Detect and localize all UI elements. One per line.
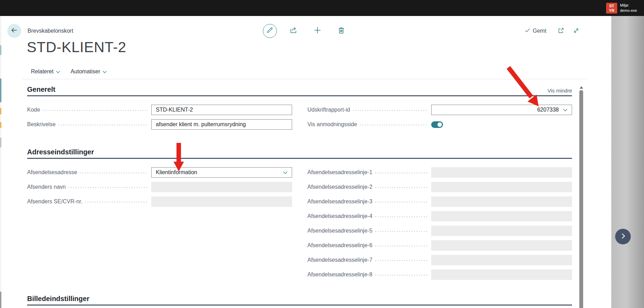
field-adresselinje-6: Afsendelsesadresselinje-6 (307, 240, 572, 251)
styr-logo[interactable]: ST YR (606, 3, 617, 14)
top-app-bar: ST YR Miljø: demo-exe (0, 0, 644, 16)
menu-automatiser-label: Automatiser (71, 68, 100, 75)
field-adresselinje-3-input (431, 196, 572, 207)
breadcrumb[interactable]: Brevskabelonskort (27, 28, 73, 34)
logo-line-2: YR (606, 8, 617, 13)
field-adresselinje-1: Afsendelsesadresselinje-1 (307, 167, 572, 178)
field-udskriftrapport-id-value: 6207338 (537, 107, 559, 113)
vis-anmodningsside-toggle[interactable] (431, 121, 443, 128)
field-adresselinje-2: Afsendelsesadresselinje-2 (307, 182, 572, 192)
scrollbar-up-arrow-icon[interactable] (580, 86, 583, 89)
back-arrow-icon (10, 26, 18, 36)
field-adresselinje-8: Afsendelsesadresselinje-8 (307, 269, 572, 280)
show-less-link[interactable]: Vis mindre (547, 88, 572, 94)
field-adresselinje-8-label: Afsendelsesadresselinje-8 (307, 271, 372, 278)
toggle-knob (437, 122, 442, 127)
delete-button[interactable] (336, 25, 347, 37)
field-adresselinje-5: Afsendelsesadresselinje-5 (307, 226, 572, 236)
field-adresselinje-4-input (431, 211, 572, 221)
field-adresselinje-7-label: Afsendelsesadresselinje-7 (307, 257, 372, 263)
vertical-scrollbar[interactable] (579, 85, 584, 308)
action-bar-divider (22, 79, 587, 79)
field-adresselinje-1-label: Afsendelsesadresselinje-1 (307, 169, 372, 176)
menu-relateret-label: Relateret (31, 68, 54, 75)
section-adresse-title: Adresseindstillinger (27, 148, 94, 156)
section-generelt-title: Generelt (27, 86, 55, 94)
field-afsenders-se-cvr-label: Afsenders SE/CVR-nr. (27, 198, 82, 205)
scrollbar-thumb[interactable] (579, 90, 583, 308)
menu-automatiser[interactable]: Automatiser (71, 68, 107, 75)
dotted-leader (58, 124, 148, 125)
field-kode-input[interactable]: STD-KLIENT-2 (151, 105, 292, 115)
environment-name: demo-exe (620, 8, 637, 13)
dotted-leader (353, 110, 428, 111)
save-status-label: Gemt (533, 28, 546, 34)
section-adresse-header: Adresseindstillinger (27, 148, 572, 159)
dotted-leader (375, 231, 428, 232)
field-adresselinje-7: Afsendelsesadresselinje-7 (307, 255, 572, 265)
field-afsendelsesadresse-dropdown[interactable]: Klientinformation (151, 167, 292, 178)
field-afsenders-navn-label: Afsenders navn (27, 184, 66, 190)
section-billede: Billedeindstillinger (27, 295, 572, 306)
environment-label: Miljø: (620, 3, 637, 8)
environment-indicator: Miljø: demo-exe (620, 3, 637, 13)
chevron-down-icon[interactable] (563, 107, 567, 113)
dotted-leader (85, 202, 148, 203)
menu-relateret[interactable]: Relateret (31, 68, 60, 75)
trash-icon (337, 26, 346, 36)
chevron-down-icon (103, 68, 107, 75)
field-afsendelsesadresse-label: Afsendelsesadresse (27, 169, 77, 176)
field-beskrivelse-value: afsender klient m. pulterrumsrydning (156, 121, 246, 128)
dotted-leader (375, 216, 428, 217)
field-vis-anmodningsside: Vis anmodningsside (307, 119, 572, 130)
dotted-leader (360, 124, 428, 125)
field-afsendelsesadresse: Afsendelsesadresse Klientinformation (27, 167, 292, 178)
section-generelt: Generelt Vis mindre Kode STD-KLIENT-2 Be… (27, 86, 572, 134)
save-status: Gemt (524, 27, 546, 35)
dotted-leader (375, 260, 428, 261)
edit-button[interactable] (263, 24, 277, 38)
popout-button[interactable] (556, 27, 565, 36)
dotted-leader (375, 275, 428, 276)
page-title: STD-KLIENT-2 (27, 39, 126, 56)
dotted-leader (80, 172, 148, 173)
field-adresselinje-8-input (431, 269, 572, 280)
add-button[interactable] (312, 25, 323, 37)
dotted-leader (375, 202, 428, 203)
field-adresselinje-5-input (431, 226, 572, 236)
dotted-leader (43, 110, 148, 111)
edit-pencil-icon (266, 26, 274, 35)
section-adresse: Adresseindstillinger Afsendelsesadresse … (27, 148, 572, 284)
expand-button[interactable] (572, 27, 581, 36)
field-afsenders-se-cvr-input (151, 196, 292, 207)
field-adresselinje-1-input (431, 167, 572, 178)
chevron-right-icon (619, 232, 627, 242)
field-adresselinje-4: Afsendelsesadresselinje-4 (307, 211, 572, 221)
checkmark-icon (524, 27, 531, 35)
field-udskriftrapport-id: Udskriftrapport-id 6207338 (307, 105, 572, 115)
field-afsenders-navn-input (151, 182, 292, 192)
chevron-down-icon (56, 68, 60, 75)
back-button[interactable] (7, 24, 21, 38)
field-adresselinje-7-input (431, 255, 572, 265)
field-adresselinje-2-label: Afsendelsesadresselinje-2 (307, 184, 372, 190)
field-adresselinje-5-label: Afsendelsesadresselinje-5 (307, 228, 372, 234)
section-generelt-header: Generelt Vis mindre (27, 86, 572, 96)
chevron-down-icon[interactable] (283, 169, 288, 176)
background-right-strip (611, 16, 644, 308)
field-adresselinje-4-label: Afsendelsesadresselinje-4 (307, 213, 372, 219)
field-beskrivelse-input[interactable]: afsender klient m. pulterrumsrydning (151, 119, 292, 130)
field-adresselinje-6-input (431, 240, 572, 251)
field-udskriftrapport-id-combobox[interactable]: 6207338 (431, 105, 572, 115)
action-bar: Relateret Automatiser (31, 68, 107, 75)
expand-diagonal-icon (572, 27, 580, 36)
next-record-button[interactable] (615, 229, 631, 244)
field-afsenders-se-cvr: Afsenders SE/CVR-nr. (27, 196, 292, 207)
field-adresselinje-3-label: Afsendelsesadresselinje-3 (307, 198, 372, 205)
field-adresselinje-3: Afsendelsesadresselinje-3 (307, 196, 572, 207)
field-afsendelsesadresse-value: Klientinformation (156, 169, 197, 176)
field-beskrivelse: Beskrivelse afsender klient m. pulterrum… (27, 119, 292, 130)
share-button[interactable] (288, 25, 299, 37)
field-vis-anmodningsside-label: Vis anmodningsside (307, 121, 357, 128)
share-icon (289, 26, 298, 36)
